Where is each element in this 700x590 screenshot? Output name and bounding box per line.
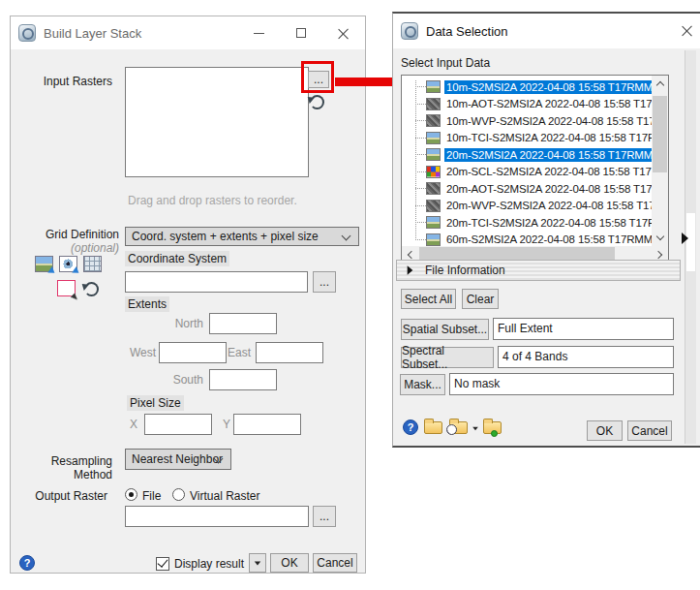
pixel-size-y-field[interactable]: [233, 414, 301, 435]
tree-branch: [415, 154, 426, 155]
list-item[interactable]: 20m-TCI-S2MSI2A 2022-04-08 15:58 T17RMM: [402, 214, 652, 232]
scroll-up-button[interactable]: [652, 76, 668, 92]
tree-branch: [415, 86, 426, 87]
resampling-method-dropdown[interactable]: Nearest Neighbor: [125, 449, 231, 470]
spatial-subset-field[interactable]: Full Extent: [493, 318, 674, 340]
cancel-button[interactable]: Cancel: [313, 553, 357, 573]
list-item[interactable]: 20m-WVP-S2MSI2A 2022-04-08 15:58 T17RMM: [402, 198, 652, 215]
help-icon[interactable]: ?: [19, 555, 35, 571]
x-label: X: [110, 418, 137, 431]
close-button[interactable]: [322, 16, 365, 49]
list-item-label: 20m-AOT-S2MSI2A 2022-04-08 15:58 T17RMM: [444, 182, 652, 196]
list-item[interactable]: 10m-AOT-S2MSI2A 2022-04-08 15:58 T17RMM: [402, 96, 652, 113]
tree-branch: [415, 239, 426, 240]
build-layer-stack-dialog: Build Layer Stack Input Rasters ... Drag…: [10, 16, 366, 574]
import-raster-icon[interactable]: [35, 256, 53, 272]
tree-branch: [415, 188, 426, 189]
raster-color-icon: [426, 132, 441, 144]
raster-color-icon: [426, 80, 441, 93]
help-icon[interactable]: ?: [403, 419, 418, 435]
clear-button[interactable]: Clear: [462, 289, 499, 309]
file-information-expander[interactable]: File Information: [396, 260, 681, 281]
scroll-down-button[interactable]: [652, 230, 668, 246]
raster-class-icon: [426, 166, 441, 178]
pixel-size-label: Pixel Size: [127, 395, 184, 411]
mask-button[interactable]: Mask...: [400, 374, 445, 395]
draw-extent-icon[interactable]: [57, 280, 76, 296]
display-result-dropdown-button[interactable]: [249, 553, 266, 573]
list-item[interactable]: 10m-TCI-S2MSI2A 2022-04-08 15:58 T17RMM: [402, 130, 652, 147]
cancel-button[interactable]: Cancel: [627, 420, 672, 441]
expander-arrow-icon: [408, 265, 413, 275]
input-data-list[interactable]: 10m-S2MSI2A 2022-04-08 15:58 T17RMM10m-A…: [401, 75, 669, 264]
import-view-icon[interactable]: [59, 256, 77, 272]
resampling-method-value: Nearest Neighbor: [132, 452, 223, 466]
y-label: Y: [207, 418, 230, 431]
title-bar[interactable]: Data Selection: [393, 14, 700, 48]
close-button[interactable]: [682, 24, 693, 36]
remote-folder-icon[interactable]: [483, 421, 502, 434]
raster-gray-icon: [426, 182, 441, 195]
scrollbar-thumb[interactable]: [653, 96, 667, 172]
ok-button[interactable]: OK: [587, 420, 623, 441]
tree-branch: [415, 120, 426, 121]
raster-gray-icon: [426, 114, 441, 127]
title-bar[interactable]: Build Layer Stack: [11, 16, 365, 49]
coordinate-system-browse-button[interactable]: ...: [313, 271, 336, 293]
virtual-raster-radio[interactable]: [172, 488, 185, 501]
output-file-field[interactable]: [125, 506, 309, 527]
output-file-browse-button[interactable]: ...: [313, 506, 336, 527]
raster-gray-icon: [426, 98, 441, 110]
maximize-button[interactable]: [280, 16, 322, 49]
select-all-button[interactable]: Select All: [401, 289, 456, 309]
recent-files-folder-icon[interactable]: [449, 421, 468, 434]
resampling-method-label: Resampling Method: [11, 454, 112, 481]
list-item[interactable]: 20m-S2MSI2A 2022-04-08 15:58 T17RMM: [402, 146, 652, 164]
list-item-label: 10m-AOT-S2MSI2A 2022-04-08 15:58 T17RMM: [444, 97, 652, 110]
input-rasters-label: Input Rasters: [11, 75, 112, 88]
list-item[interactable]: 20m-SCL-S2MSI2A 2022-04-08 15:58 T17RMM: [402, 164, 652, 181]
grid-definition-dropdown[interactable]: Coord. system + extents + pixel size: [125, 227, 359, 246]
expand-panel-arrow-icon[interactable]: [682, 233, 688, 244]
list-item[interactable]: 60m-S2MSI2A 2022-04-08 15:58 T17RMM: [402, 232, 652, 247]
mask-field[interactable]: No mask: [449, 373, 674, 395]
list-item-label: 20m-S2MSI2A 2022-04-08 15:58 T17RMM: [444, 148, 652, 162]
chevron-right-icon: [654, 250, 662, 258]
open-folder-icon[interactable]: [424, 421, 442, 434]
coordinate-system-field[interactable]: [125, 271, 308, 293]
grid-refresh-icon[interactable]: [84, 282, 99, 296]
east-label: East: [166, 346, 251, 359]
vertical-scrollbar[interactable]: [652, 76, 668, 246]
caret-down-icon[interactable]: [472, 427, 478, 431]
caret-down-icon: [255, 561, 260, 565]
ok-button[interactable]: OK: [270, 553, 309, 573]
minimize-icon: [254, 33, 264, 34]
file-radio-label: File: [142, 489, 161, 503]
output-raster-label: Output Raster: [11, 489, 107, 503]
spectral-subset-field[interactable]: 4 of 4 Bands: [498, 346, 674, 368]
list-item-label: 60m-S2MSI2A 2022-04-08 15:58 T17RMM: [444, 233, 652, 246]
input-rasters-list[interactable]: [125, 67, 309, 177]
screenshot-canvas: Build Layer Stack Input Rasters ... Drag…: [0, 0, 700, 590]
grid-calculator-icon[interactable]: [83, 256, 102, 272]
pixel-size-x-field[interactable]: [144, 414, 212, 435]
minimize-button[interactable]: [237, 16, 280, 49]
east-field[interactable]: [256, 342, 323, 363]
list-item[interactable]: 10m-WVP-S2MSI2A 2022-04-08 15:58 T17RMM: [402, 112, 652, 130]
optional-label: (optional): [11, 241, 119, 255]
list-item[interactable]: 10m-S2MSI2A 2022-04-08 15:58 T17RMM: [402, 78, 652, 96]
tree-line: [415, 80, 416, 238]
raster-color-icon: [426, 148, 441, 161]
north-field[interactable]: [209, 313, 277, 334]
display-result-checkbox[interactable]: [156, 557, 169, 571]
input-data-list-rows: 10m-S2MSI2A 2022-04-08 15:58 T17RMM10m-A…: [402, 76, 652, 246]
file-radio[interactable]: [125, 488, 137, 501]
list-item-label: 20m-SCL-S2MSI2A 2022-04-08 15:58 T17RMM: [444, 165, 652, 178]
spatial-subset-button[interactable]: Spatial Subset...: [401, 319, 489, 340]
chevron-up-icon: [655, 81, 663, 89]
spectral-subset-button[interactable]: Spectral Subset...: [401, 347, 494, 368]
panel-splitter[interactable]: [685, 50, 696, 444]
list-item[interactable]: 20m-AOT-S2MSI2A 2022-04-08 15:58 T17RMM: [402, 180, 652, 198]
refresh-icon[interactable]: [310, 95, 324, 109]
south-field[interactable]: [209, 369, 277, 390]
